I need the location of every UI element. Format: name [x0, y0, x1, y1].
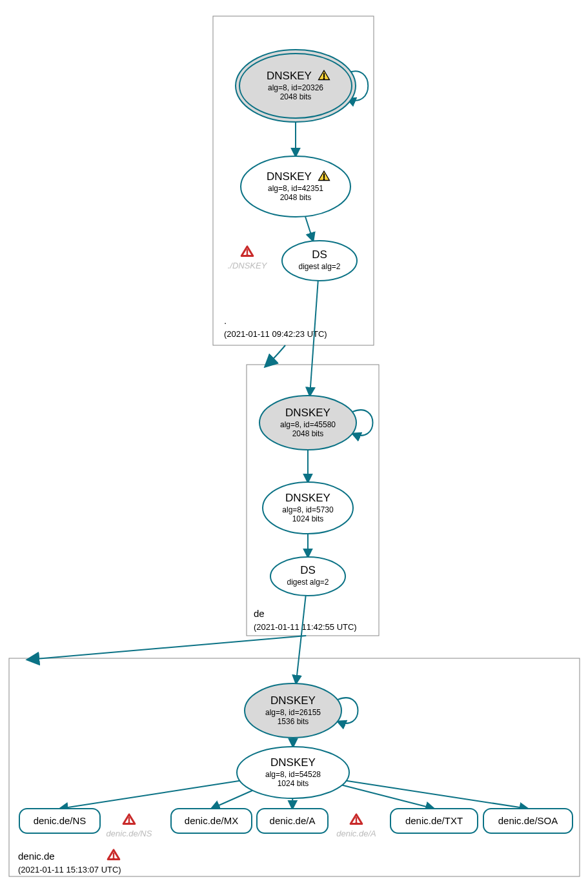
rrset-ns: denic.de/NS	[19, 809, 100, 833]
node-detail: alg=8, id=5730	[282, 505, 334, 514]
rrset-a: denic.de/A	[257, 809, 328, 833]
node-detail: digest alg=2	[298, 262, 340, 271]
node-root_zsk: DNSKEYalg=8, id=423512048 bits	[241, 156, 350, 217]
phantom-denic_zone	[108, 850, 119, 860]
phantom-label: ./DNSKEY	[228, 261, 268, 270]
node-detail: 1024 bits	[278, 779, 309, 788]
rrsig-edge	[347, 781, 528, 809]
node-detail: alg=8, id=54528	[265, 770, 321, 779]
rrsig-edge	[212, 791, 253, 809]
svg-point-10	[270, 557, 345, 596]
node-detail: 2048 bits	[292, 429, 324, 438]
rrsig-edge	[342, 785, 434, 809]
phantom-root_dnskey: ./DNSKEY	[228, 247, 268, 270]
rrset-label: denic.de/SOA	[498, 815, 558, 826]
phantom-label: denic.de/NS	[106, 829, 152, 838]
node-root_ds: DSdigest alg=2	[282, 241, 357, 281]
node-de_ds: DSdigest alg=2	[270, 557, 345, 596]
node-detail: alg=8, id=45580	[280, 420, 336, 429]
delegation-arrow	[28, 636, 306, 660]
node-title: DNSKEY	[285, 492, 330, 504]
dnssec-diagram: .(2021-01-11 09:42:23 UTC)de(2021-01-11 …	[0, 0, 588, 879]
rrset-label: denic.de/A	[270, 815, 316, 826]
node-title: DNSKEY	[270, 694, 316, 707]
rrset-txt: denic.de/TXT	[390, 809, 478, 833]
svg-point-23	[355, 822, 357, 823]
rrset-mx: denic.de/MX	[171, 809, 252, 833]
svg-point-6	[323, 178, 325, 180]
sign-edge	[305, 216, 313, 241]
node-detail: 2048 bits	[280, 193, 312, 202]
node-denic_ksk: DNSKEYalg=8, id=261551536 bits	[245, 683, 341, 738]
node-title: DNSKEY	[270, 756, 316, 769]
node-root_ksk: DNSKEYalg=8, id=203262048 bits	[236, 50, 356, 122]
zone-timestamp-denic: (2021-01-11 15:13:07 UTC)	[18, 865, 121, 874]
zone-timestamp-root: (2021-01-11 09:42:23 UTC)	[224, 329, 327, 339]
sign-edge	[296, 596, 306, 683]
zone-name-de: de	[254, 608, 265, 619]
node-de_zsk: DNSKEYalg=8, id=57301024 bits	[263, 482, 353, 534]
node-detail: 1024 bits	[292, 514, 324, 523]
zone-name-denic: denic.de	[18, 851, 55, 862]
svg-point-19	[246, 254, 248, 256]
node-title: DS	[312, 248, 327, 261]
node-title: DNSKEY	[285, 407, 330, 419]
phantom-label: denic.de/A	[336, 829, 376, 838]
svg-point-7	[282, 241, 357, 281]
rrset-label: denic.de/MX	[185, 815, 238, 826]
node-detail: digest alg=2	[287, 578, 329, 587]
node-detail: alg=8, id=20326	[268, 83, 323, 92]
node-denic_zsk: DNSKEYalg=8, id=545281024 bits	[237, 747, 349, 798]
rrset-label: denic.de/NS	[34, 815, 86, 826]
rrset-soa: denic.de/SOA	[483, 809, 573, 833]
zone-timestamp-de: (2021-01-11 11:42:55 UTC)	[254, 622, 357, 632]
svg-point-25	[112, 857, 114, 859]
svg-point-21	[128, 822, 130, 823]
rrset-label: denic.de/TXT	[405, 815, 463, 826]
svg-point-3	[323, 77, 325, 79]
node-detail: 2048 bits	[280, 92, 312, 101]
node-title: DS	[300, 564, 316, 576]
node-detail: alg=8, id=26155	[265, 708, 321, 717]
node-de_ksk: DNSKEYalg=8, id=455802048 bits	[259, 396, 356, 450]
rrsig-edge	[60, 781, 240, 809]
delegation-arrow	[266, 345, 285, 366]
node-title: DNSKEY	[267, 70, 312, 82]
node-detail: 1536 bits	[278, 717, 309, 726]
zone-name-root: .	[224, 315, 227, 326]
node-detail: alg=8, id=42351	[268, 184, 323, 193]
phantom-denic_ns: denic.de/NS	[106, 814, 152, 838]
phantom-denic_a: denic.de/A	[336, 814, 376, 838]
node-title: DNSKEY	[267, 170, 312, 183]
